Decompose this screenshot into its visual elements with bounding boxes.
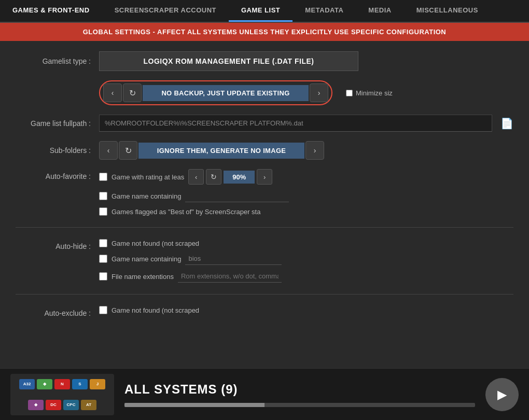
update-mode-display: NO BACKUP, JUST UPDATE EXISTING: [143, 85, 309, 101]
logo-sega: S: [72, 379, 88, 389]
subfolders-refresh-button[interactable]: ↻: [119, 141, 137, 160]
all-systems-title: ALL SYSTEMS (9): [124, 382, 475, 407]
auto-exclude-label: Auto-exclude :: [16, 306, 91, 317]
tab-games-frontend[interactable]: GAMES & FRONT-END: [0, 0, 102, 22]
autofav-name-row: Game name containing: [99, 190, 289, 202]
logo-ps: ◆: [28, 400, 44, 410]
auto-hide-section: Auto-hide : Game not found (not scraped …: [16, 239, 513, 283]
hide-extensions-input[interactable]: [178, 270, 282, 283]
minimize-size-check: Minimize siz: [346, 89, 393, 97]
progress-bar-fill: [124, 403, 264, 407]
subfolders-control: ‹ ↻ IGNORE THEM, GENERATE NO IMAGE ›: [99, 141, 324, 160]
auto-hide-options: Game not found (not scraped Game name co…: [99, 239, 282, 283]
bottom-bar: A32 ◆ N S J ◆ DC CPC AT ALL SYSTEMS (9) …: [0, 368, 529, 420]
logo-nintendo: N: [54, 379, 70, 389]
hide-notfound-checkbox[interactable]: [99, 239, 107, 247]
hide-notfound-row: Game not found (not scraped: [99, 239, 282, 247]
rating-checkbox[interactable]: [99, 173, 107, 181]
hide-name-label: Game name containing: [112, 255, 181, 263]
gamelist-type-label: Gamelist type :: [16, 57, 91, 65]
tab-miscellaneous[interactable]: MISCELLANEOUS: [404, 0, 491, 22]
hide-extensions-label: File name extentions: [112, 273, 174, 281]
bestof-row: Games flagged as "Best of" by ScreenScra…: [99, 207, 289, 216]
tab-metadata[interactable]: METADATA: [293, 0, 356, 22]
main-content: Gamelist type : LOGIQX ROM MANAGEMENT FI…: [0, 41, 529, 328]
autofav-name-checkbox[interactable]: [99, 192, 107, 200]
rating-display: 90%: [224, 171, 255, 184]
global-settings-banner: GLOBAL SETTINGS - AFFECT ALL SYSTEMS UNL…: [0, 23, 529, 41]
update-mode-control: ‹ ↻ NO BACKUP, JUST UPDATE EXISTING ›: [99, 80, 332, 105]
hide-name-input[interactable]: [185, 253, 282, 265]
file-browse-icon[interactable]: 📄: [500, 117, 513, 130]
subfolders-next-button[interactable]: ›: [305, 141, 324, 160]
bestof-checkbox[interactable]: [99, 207, 107, 216]
auto-exclude-section: Auto-exclude : Game not found (not scrap…: [16, 306, 513, 317]
minimize-size-label: Minimize siz: [356, 89, 393, 97]
hide-name-row: Game name containing: [99, 253, 282, 265]
logo-jaguar: J: [90, 379, 105, 389]
fullpath-row: Game list fullpath : 📄: [16, 115, 513, 132]
logo-amiga: A32: [19, 379, 35, 389]
autofav-name-label: Game name containing: [112, 192, 181, 200]
subfolders-label: Sub-folders :: [16, 146, 91, 155]
auto-favorite-options: Game with rating at leas ‹ ↻ 90% › Game …: [99, 169, 289, 216]
gamelist-type-button[interactable]: LOGIQX ROM MANAGEMENT FILE (.DAT FILE): [99, 51, 358, 71]
tab-game-list[interactable]: GAME LIST: [229, 0, 293, 22]
progress-bar-container: [124, 403, 475, 407]
exclude-notfound-checkbox[interactable]: [99, 306, 107, 314]
auto-favorite-label: Auto-favorite :: [16, 169, 91, 180]
subfolders-prev-button[interactable]: ‹: [99, 141, 118, 160]
tab-screenscraper[interactable]: SCREENSCRAPER ACCOUNT: [102, 0, 229, 22]
hide-notfound-label: Game not found (not scraped: [112, 240, 199, 247]
tab-media[interactable]: MEDIA: [356, 0, 403, 22]
exclude-notfound-row: Game not found (not scraped: [99, 306, 199, 314]
rating-prev-button[interactable]: ‹: [188, 169, 204, 185]
divider-2: [16, 294, 513, 295]
rating-row: Game with rating at leas ‹ ↻ 90% ›: [99, 169, 289, 185]
update-mode-next-button[interactable]: ›: [310, 83, 328, 102]
auto-hide-label: Auto-hide :: [16, 239, 91, 250]
subfolders-display: IGNORE THEM, GENERATE NO IMAGE: [138, 143, 304, 159]
systems-logos: A32 ◆ N S J ◆ DC CPC AT: [10, 374, 114, 415]
rating-refresh-button[interactable]: ↻: [206, 169, 221, 185]
hide-extensions-row: File name extentions: [99, 270, 282, 283]
rating-control: ‹ ↻ 90% ›: [188, 169, 272, 185]
divider-1: [16, 227, 513, 228]
auto-favorite-section: Auto-favorite : Game with rating at leas…: [16, 169, 513, 216]
rating-label: Game with rating at leas: [112, 173, 184, 181]
autofav-name-input[interactable]: [185, 190, 289, 202]
update-mode-row: ‹ ↻ NO BACKUP, JUST UPDATE EXISTING › Mi…: [16, 80, 513, 105]
exclude-notfound-label: Game not found (not scraped: [112, 306, 199, 314]
hide-name-checkbox[interactable]: [99, 255, 107, 263]
play-button[interactable]: ▶: [485, 378, 519, 411]
rating-next-button[interactable]: ›: [257, 169, 272, 185]
update-mode-refresh-button[interactable]: ↻: [123, 83, 142, 102]
logo-dc: DC: [46, 400, 61, 410]
minimize-size-checkbox[interactable]: [346, 90, 353, 96]
fullpath-label: Game list fullpath :: [16, 119, 91, 128]
logo-amstrad: CPC: [63, 400, 79, 410]
logo-apple: ◆: [37, 379, 52, 389]
bestof-label: Games flagged as "Best of" by ScreenScra…: [112, 208, 260, 216]
subfolders-row: Sub-folders : ‹ ↻ IGNORE THEM, GENERATE …: [16, 141, 513, 160]
update-mode-prev-button[interactable]: ‹: [103, 83, 122, 102]
logo-atari: AT: [81, 400, 96, 410]
top-navigation: GAMES & FRONT-END SCREENSCRAPER ACCOUNT …: [0, 0, 529, 23]
hide-extensions-checkbox[interactable]: [99, 272, 107, 281]
fullpath-input[interactable]: [99, 115, 492, 132]
auto-exclude-options: Game not found (not scraped: [99, 306, 199, 314]
gamelist-type-row: Gamelist type : LOGIQX ROM MANAGEMENT FI…: [16, 51, 513, 71]
